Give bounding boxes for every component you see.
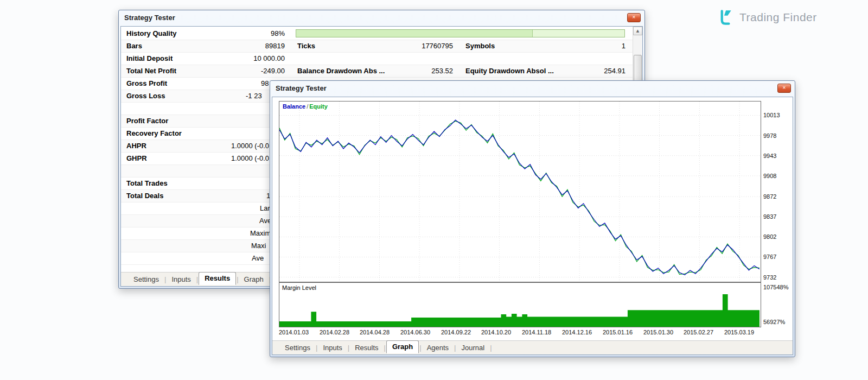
equity-line	[279, 121, 760, 274]
x-axis-label: 2014.10.20	[481, 329, 511, 335]
row-value-truncated: Maxim	[250, 227, 271, 239]
chart-canvas	[279, 102, 760, 281]
tab-settings[interactable]: Settings	[280, 343, 315, 353]
row-label: Bars	[126, 40, 142, 52]
window-title: Strategy Tester	[276, 84, 327, 92]
x-axis-label: 2015.01.30	[643, 329, 673, 335]
margin-area	[279, 294, 760, 327]
desktop: Trading Finder Strategy Tester × History…	[0, 0, 868, 380]
y-axis-label: 9837	[763, 213, 776, 220]
y-axis-label: 9943	[763, 153, 776, 159]
titlebar[interactable]: Strategy Tester ×	[119, 10, 644, 24]
balance-equity-chart[interactable]: Balance/Equity	[279, 101, 761, 282]
row-value: 17760795	[372, 40, 453, 52]
legend-equity: Equity	[309, 103, 328, 110]
arrow-up-icon: ▲	[636, 29, 639, 33]
row-value: 98%	[203, 28, 285, 40]
strategy-tester-graph-window: Strategy Tester × Balance/Equity 1001399…	[270, 80, 795, 357]
margin-chart-canvas	[279, 284, 760, 327]
row-value-truncated: -1 23	[246, 90, 262, 102]
y-axis-label: 10013	[763, 112, 780, 118]
y-axis-label: 9908	[763, 173, 776, 179]
tab-inputs[interactable]: Inputs	[318, 343, 347, 353]
tab-results[interactable]: Results	[350, 343, 383, 353]
tab-separator: |	[384, 344, 386, 352]
close-icon: ×	[633, 14, 636, 20]
x-axis-label: 2014.09.22	[441, 329, 471, 335]
row-label: Gross Loss	[126, 90, 165, 102]
row-value-truncated: Lar	[260, 202, 270, 214]
margin-level-panel[interactable]: Margin Level	[279, 282, 761, 327]
tab-separator: |	[237, 275, 238, 283]
y-axis-label: 9767	[763, 254, 776, 260]
tab-journal[interactable]: Journal	[457, 343, 490, 353]
legend-balance: Balance	[283, 103, 305, 110]
tab-inputs[interactable]: Inputs	[167, 274, 195, 284]
row-value: 253.52	[372, 65, 453, 77]
graph-client-area: Balance/Equity 1001399789943990898729837…	[272, 97, 793, 355]
tab-bar: Settings|Inputs|Results|Graph|Agents|Jou…	[272, 340, 793, 354]
x-axis-label: 2015.01.16	[603, 329, 633, 335]
window-title: Strategy Tester	[124, 14, 175, 22]
tab-settings[interactable]: Settings	[129, 274, 164, 284]
row-value: 89819	[203, 40, 285, 52]
row-value: -249.00	[203, 65, 285, 77]
row-value-truncated: Maxi	[251, 240, 266, 252]
tab-results[interactable]: Results	[199, 272, 236, 285]
close-icon: ×	[783, 85, 786, 91]
row-label: GHPR	[126, 153, 147, 164]
scrollbar-thumb[interactable]	[634, 55, 642, 83]
row-label: Recovery Factor	[126, 128, 182, 140]
x-axis-label: 2015.02.27	[684, 329, 713, 335]
row-label: AHPR	[126, 140, 146, 152]
trading-finder-icon	[715, 8, 735, 27]
tab-separator: |	[316, 344, 317, 352]
row-value-truncated: 98	[261, 78, 269, 90]
row-label: History Quality	[126, 28, 176, 40]
progress-fill	[296, 30, 533, 37]
row-label: Initial Deposit	[126, 53, 173, 65]
row-label: Total Trades	[126, 178, 168, 189]
row-value: 254.91	[544, 65, 626, 77]
margin-min-label: 56927%	[763, 319, 785, 325]
row-label: Profit Factor	[126, 115, 168, 127]
table-row[interactable]: Bars89819Ticks17760795Symbols1	[121, 40, 633, 53]
x-axis-label: 2014.12.16	[562, 329, 592, 335]
row-label: Total Deals	[126, 190, 163, 202]
row-label: Symbols	[465, 40, 495, 52]
row-label: Total Net Profit	[126, 65, 176, 77]
trading-finder-logo: Trading Finder	[715, 8, 817, 27]
titlebar[interactable]: Strategy Tester ×	[270, 81, 795, 95]
tab-separator: |	[348, 344, 349, 352]
tab-agents[interactable]: Agents	[422, 343, 454, 353]
y-axis-label: 9872	[763, 193, 776, 200]
close-button[interactable]: ×	[777, 84, 791, 93]
row-value-truncated: 1.0000 (-0.0	[231, 140, 269, 152]
margin-level-label: Margin Level	[282, 284, 316, 291]
table-row[interactable]: History Quality98%	[121, 28, 633, 40]
x-axis-label: 2014.04.28	[360, 329, 390, 335]
y-axis-label: 9732	[763, 274, 776, 281]
history-quality-progressbar	[296, 29, 625, 37]
x-axis-label: 2015.03.19	[724, 329, 754, 335]
chart-legend: Balance/Equity	[283, 103, 328, 110]
row-value-truncated: 1.0000 (-0.0	[231, 153, 269, 164]
row-value-truncated: Ave	[252, 252, 264, 264]
row-label: Equity Drawdown Absol ...	[465, 65, 554, 77]
scroll-up-button[interactable]: ▲	[633, 27, 642, 35]
tab-separator: |	[164, 275, 166, 283]
row-label: Gross Profit	[126, 78, 167, 90]
table-row[interactable]: Total Net Profit-249.00Balance Drawdown …	[121, 65, 633, 78]
y-axis-label: 9802	[763, 233, 776, 240]
tab-separator: |	[490, 344, 492, 352]
close-button[interactable]: ×	[627, 13, 641, 22]
logo-text: Trading Finder	[739, 11, 817, 24]
table-row[interactable]: Initial Deposit10 000.00	[121, 53, 633, 65]
tab-separator: |	[419, 344, 421, 352]
x-axis-label: 2014.11.18	[522, 329, 551, 335]
tab-graph[interactable]: Graph	[239, 274, 269, 284]
tab-separator: |	[454, 344, 456, 352]
row-value: 1	[544, 40, 626, 52]
tab-separator: |	[196, 275, 198, 283]
tab-graph[interactable]: Graph	[386, 340, 419, 353]
